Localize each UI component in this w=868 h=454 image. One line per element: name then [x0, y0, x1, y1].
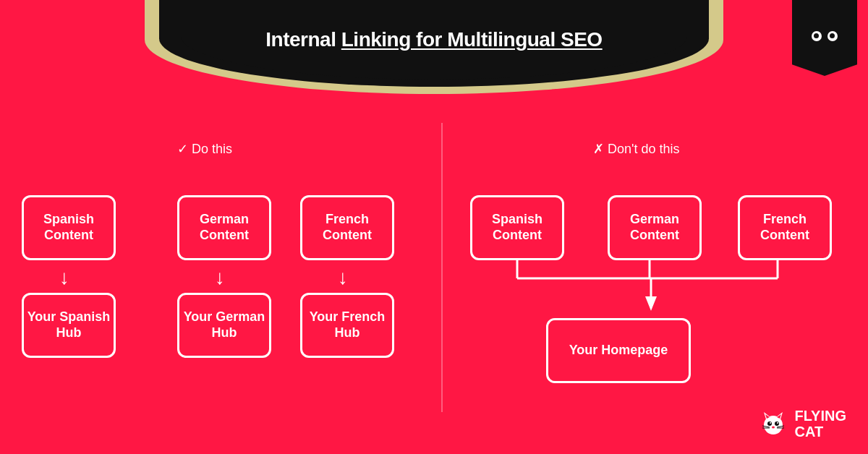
svg-point-15 [777, 422, 778, 424]
do-german-arrow: ↓ [215, 266, 225, 289]
do-spanish-hub-box: Your Spanish Hub [22, 293, 116, 358]
do-french-content-box: French Content [300, 195, 394, 260]
do-this-label: ✓ Do this [177, 141, 232, 157]
page-title: Internal Linking for Multilingual SEO [265, 28, 602, 51]
dont-arrows-svg [448, 260, 854, 325]
svg-point-16 [772, 427, 775, 429]
flying-cat-icon [759, 409, 788, 438]
eye-left [812, 31, 822, 41]
eye-right [827, 31, 838, 41]
dont-german-content-box: German Content [608, 195, 702, 260]
bookmark-shape [792, 0, 857, 76]
dont-french-content-box: French Content [738, 195, 832, 260]
brand-name: FLYING CAT [795, 408, 847, 440]
dont-spanish-content-box: Spanish Content [470, 195, 564, 260]
do-german-hub-box: Your German Hub [177, 293, 271, 358]
eyes-decoration [812, 31, 838, 41]
svg-point-14 [770, 422, 771, 424]
dont-homepage-box: Your Homepage [546, 318, 691, 383]
svg-point-13 [775, 421, 779, 426]
section-divider [441, 123, 443, 412]
branding-section: FLYING CAT [759, 408, 847, 440]
do-french-hub-box: Your French Hub [300, 293, 394, 358]
corner-logo [781, 0, 868, 80]
do-german-content-box: German Content [177, 195, 271, 260]
dont-do-this-label: ✗ Don't do this [593, 141, 680, 157]
svg-marker-6 [645, 296, 657, 311]
svg-point-12 [767, 421, 772, 426]
do-spanish-arrow: ↓ [59, 266, 69, 289]
do-french-arrow: ↓ [338, 266, 348, 289]
do-spanish-content-box: Spanish Content [22, 195, 116, 260]
top-blob-inner: Internal Linking for Multilingual SEO [181, 0, 687, 80]
